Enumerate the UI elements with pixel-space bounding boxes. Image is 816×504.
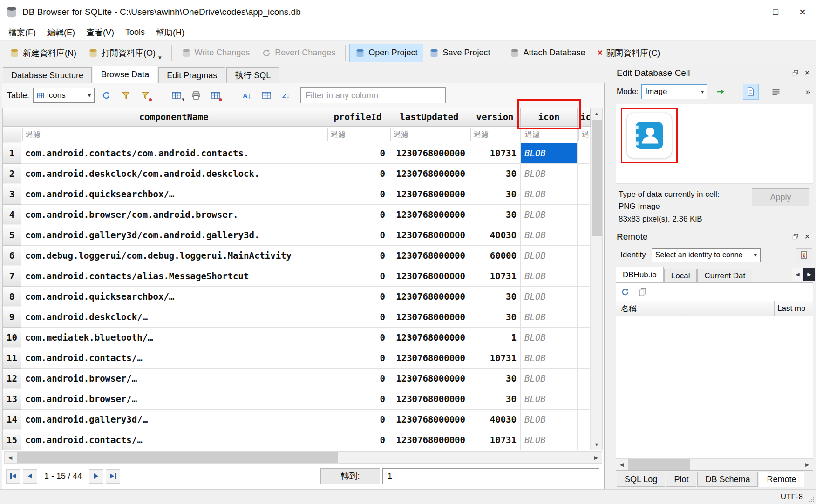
cell-profileId[interactable]: 0 [326,348,389,368]
cell-componentName[interactable]: com.android.browser/… [21,389,326,409]
cell-lastUpdated[interactable]: 1230768000000 [389,163,469,184]
cell-icon[interactable]: BLOB [521,389,578,409]
cell-lastUpdated[interactable]: 1230768000000 [389,409,469,430]
cell-icon[interactable]: BLOB [521,143,578,163]
last-modified-column-header[interactable]: Last mo [775,301,813,316]
column-header-profileId[interactable]: profileId [326,108,389,126]
horizontal-scroll-thumb[interactable] [17,452,338,463]
menu-edit[interactable]: 編輯(E) [41,25,81,40]
cell-componentName[interactable]: com.android.contacts/com.android.contact… [21,143,326,163]
tab-execute-sql[interactable]: 執行 SQL [226,67,279,83]
float-dock-button[interactable] [789,231,801,243]
row-number[interactable]: 9 [3,307,21,327]
cell-clipped[interactable] [578,184,591,204]
cell-clipped[interactable] [578,368,591,389]
open-database-dropdown-icon[interactable]: ▾ [158,54,162,62]
horizontal-scrollbar[interactable]: ◀ ▶ [4,451,602,464]
cell-profileId[interactable]: 0 [326,389,389,409]
cell-version[interactable]: 1 [469,327,521,348]
close-button[interactable]: × [789,0,816,24]
tab-browse-data[interactable]: Browse Data [93,66,157,83]
cell-icon[interactable]: BLOB [521,409,578,430]
menu-help[interactable]: 幫助(H) [150,25,190,40]
column-header-clipped[interactable]: ic [578,108,591,126]
scroll-up-icon[interactable]: ▲ [591,108,602,119]
tab-dbhub[interactable]: DBHub.io [616,267,664,282]
column-header-icon[interactable]: icon [521,108,578,126]
scroll-right-icon[interactable]: ▶ [591,452,602,463]
cell-componentName[interactable]: com.android.browser/com.android.browser. [21,204,326,225]
cell-clipped[interactable] [578,348,591,368]
cell-icon[interactable]: BLOB [521,348,578,368]
cell-icon[interactable]: BLOB [521,307,578,327]
cell-version[interactable]: 10731 [469,348,521,368]
cell-clipped[interactable] [578,409,591,430]
cell-clipped[interactable] [578,430,591,450]
cell-profileId[interactable]: 0 [326,204,389,225]
cell-componentName[interactable]: com.android.browser/… [21,368,326,389]
cell-clipped[interactable] [578,245,591,266]
row-number[interactable]: 15 [3,430,21,450]
resize-grip[interactable] [809,497,815,503]
remote-horizontal-scrollbar[interactable]: ◀ ▶ [616,458,813,470]
save-filter-button[interactable] [137,87,153,103]
cell-icon[interactable]: BLOB [521,430,578,450]
cell-icon[interactable]: BLOB [521,368,578,389]
filter-icon[interactable]: 過濾 [521,126,578,143]
tab-database-structure[interactable]: Database Structure [3,67,92,83]
menu-view[interactable]: 查看(V) [81,25,120,40]
close-dock-button[interactable]: × [801,231,813,243]
menu-file[interactable]: 檔案(F) [3,25,41,40]
cell-componentName[interactable]: com.android.gallery3d/com.android.galler… [21,225,326,245]
scroll-right-icon[interactable]: ▶ [802,459,813,470]
import-certificate-button[interactable] [796,248,812,262]
row-number[interactable]: 12 [3,368,21,389]
row-number[interactable]: 11 [3,348,21,368]
cell-icon[interactable]: BLOB [521,327,578,348]
cell-componentName[interactable]: com.android.contacts/… [21,430,326,450]
next-page-button[interactable] [89,469,103,484]
cell-profileId[interactable]: 0 [326,163,389,184]
print-button[interactable] [188,87,204,103]
cell-version[interactable]: 30 [469,389,521,409]
clear-filters-button[interactable] [118,87,134,103]
row-number[interactable]: 1 [3,143,21,163]
identity-select[interactable]: Select an identity to conne ▾ [652,248,761,262]
cell-version[interactable]: 30 [469,163,521,184]
cell-icon[interactable]: BLOB [521,286,578,307]
cell-lastUpdated[interactable]: 1230768000000 [389,389,469,409]
cell-clipped[interactable] [578,389,591,409]
cell-version[interactable]: 10731 [469,143,521,163]
row-number[interactable]: 2 [3,163,21,184]
cell-lastUpdated[interactable]: 1230768000000 [389,307,469,327]
cell-lastUpdated[interactable]: 1230768000000 [389,143,469,163]
cell-profileId[interactable]: 0 [326,307,389,327]
cell-clipped[interactable] [578,163,591,184]
close-database-button[interactable]: × 關閉資料庫(C) [592,44,666,62]
cell-componentName[interactable]: com.android.contacts/… [21,348,326,368]
remote-file-list[interactable] [616,316,813,458]
cell-version[interactable]: 30 [469,184,521,204]
cell-version[interactable]: 30 [469,286,521,307]
refresh-table-button[interactable] [98,87,114,103]
tab-db-schema[interactable]: DB Schema [697,472,758,487]
cell-componentName[interactable]: com.android.deskclock/… [21,307,326,327]
tab-scroll-left-button[interactable]: ◀ [792,268,803,281]
tab-local[interactable]: Local [664,269,697,282]
scroll-down-icon[interactable]: ▼ [591,439,602,450]
cell-profileId[interactable]: 0 [326,368,389,389]
cell-profileId[interactable]: 0 [326,430,389,450]
delete-record-button[interactable] [208,87,224,103]
tab-remote[interactable]: Remote [759,472,804,487]
cell-version[interactable]: 30 [469,368,521,389]
cell-version[interactable]: 10731 [469,430,521,450]
tab-current-database[interactable]: Current Dat [697,269,752,282]
toolbar-extension-icon[interactable]: » [805,87,812,97]
new-database-button[interactable]: 新建資料庫(N) [4,44,82,62]
cell-clipped[interactable] [578,143,591,163]
attach-database-button[interactable]: Attach Database [504,44,591,62]
open-database-button[interactable]: 打開資料庫(O) ▾ [82,44,168,62]
cell-lastUpdated[interactable]: 1230768000000 [389,266,469,286]
cell-lastUpdated[interactable]: 1230768000000 [389,348,469,368]
cell-componentName[interactable]: com.android.quicksearchbox/… [21,286,326,307]
